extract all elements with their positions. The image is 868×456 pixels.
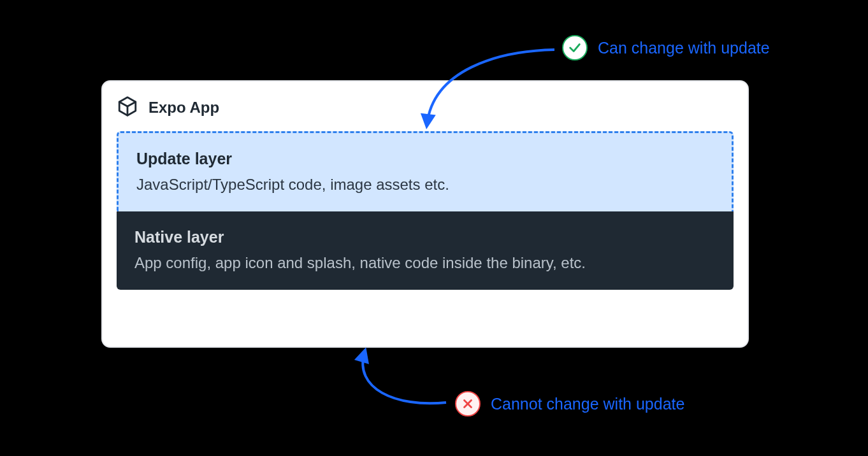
cross-icon bbox=[455, 391, 481, 417]
card-title: Expo App bbox=[148, 99, 219, 117]
cube-icon bbox=[117, 96, 138, 120]
expo-app-card: Expo App Update layer JavaScript/TypeScr… bbox=[101, 80, 749, 348]
annotation-cannot-change-text: Cannot change with update bbox=[491, 395, 684, 413]
update-layer: Update layer JavaScript/TypeScript code,… bbox=[117, 131, 734, 213]
native-layer: Native layer App config, app icon and sp… bbox=[117, 211, 734, 290]
arrow-bottom bbox=[363, 352, 446, 403]
annotation-can-change-text: Can change with update bbox=[598, 39, 770, 57]
native-layer-desc: App config, app icon and splash, native … bbox=[134, 254, 716, 272]
native-layer-title: Native layer bbox=[134, 228, 716, 246]
annotation-cannot-change: Cannot change with update bbox=[455, 391, 684, 417]
update-layer-desc: JavaScript/TypeScript code, image assets… bbox=[136, 176, 714, 194]
check-icon bbox=[562, 35, 588, 61]
update-layer-title: Update layer bbox=[136, 150, 714, 168]
layers-container: Update layer JavaScript/TypeScript code,… bbox=[117, 131, 734, 290]
card-header: Expo App bbox=[117, 96, 734, 120]
annotation-can-change: Can change with update bbox=[562, 35, 770, 61]
diagram-stage: Expo App Update layer JavaScript/TypeScr… bbox=[0, 0, 868, 456]
